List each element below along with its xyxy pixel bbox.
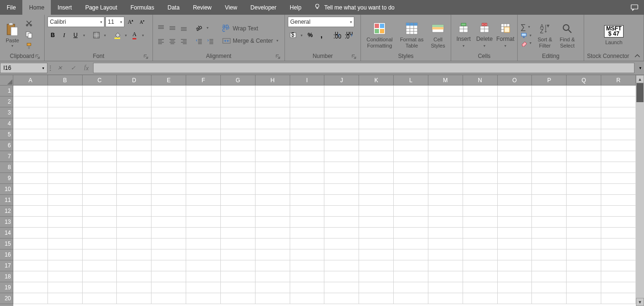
find-select-button[interactable]: Find & Select — [557, 18, 578, 51]
cell[interactable] — [532, 140, 567, 151]
cell[interactable] — [48, 86, 83, 96]
cell[interactable] — [152, 217, 186, 228]
collapse-ribbon-button[interactable] — [634, 53, 641, 60]
cell[interactable] — [532, 271, 567, 282]
column-header[interactable]: P — [532, 75, 567, 86]
cell[interactable] — [256, 162, 290, 173]
cell[interactable] — [152, 293, 186, 304]
cell[interactable] — [13, 206, 48, 217]
cell[interactable] — [152, 129, 186, 140]
cell[interactable] — [221, 228, 256, 239]
decrease-decimal-button[interactable]: .00.0 — [344, 30, 354, 40]
cell[interactable] — [324, 151, 359, 162]
formula-input[interactable] — [93, 63, 635, 73]
cell[interactable] — [567, 96, 601, 107]
cell[interactable] — [567, 260, 601, 271]
cell[interactable] — [463, 228, 498, 239]
cell[interactable] — [152, 96, 186, 107]
cell[interactable] — [498, 293, 532, 304]
cell[interactable] — [428, 293, 463, 304]
cell[interactable] — [83, 118, 117, 129]
cell-styles-button[interactable]: Cell Styles — [428, 18, 448, 51]
borders-button[interactable] — [91, 30, 102, 40]
cell[interactable] — [359, 260, 394, 271]
cell[interactable] — [117, 173, 152, 184]
cell[interactable] — [601, 118, 636, 129]
cell[interactable] — [359, 249, 394, 260]
cell[interactable] — [186, 217, 221, 228]
cell[interactable] — [186, 239, 221, 249]
cell[interactable] — [567, 129, 601, 140]
cell[interactable] — [532, 151, 567, 162]
cell[interactable] — [186, 173, 221, 184]
column-header[interactable]: O — [498, 75, 532, 86]
cell[interactable] — [186, 195, 221, 206]
cell[interactable] — [601, 271, 636, 282]
cell[interactable] — [117, 162, 152, 173]
column-header[interactable]: N — [463, 75, 498, 86]
column-header[interactable]: Q — [567, 75, 601, 86]
cell[interactable] — [324, 118, 359, 129]
cell[interactable] — [13, 184, 48, 195]
cell[interactable] — [324, 140, 359, 151]
align-middle-button[interactable] — [167, 23, 178, 33]
cell[interactable] — [83, 228, 117, 239]
cell[interactable] — [290, 195, 325, 206]
font-size-combo[interactable]: 11▾ — [105, 17, 124, 27]
cell[interactable] — [83, 107, 117, 118]
cell[interactable] — [428, 239, 463, 249]
cell[interactable] — [498, 107, 532, 118]
cell[interactable] — [532, 217, 567, 228]
cell[interactable] — [117, 107, 152, 118]
cell[interactable] — [428, 129, 463, 140]
cell[interactable] — [601, 96, 636, 107]
scroll-thumb[interactable] — [636, 83, 644, 102]
column-header[interactable]: D — [117, 75, 152, 86]
cell[interactable] — [532, 86, 567, 96]
cell[interactable] — [498, 228, 532, 239]
cell[interactable] — [532, 249, 567, 260]
cell[interactable] — [221, 293, 256, 304]
format-cells-button[interactable]: Format▾ — [496, 18, 515, 51]
cell[interactable] — [567, 228, 601, 239]
cell[interactable] — [83, 151, 117, 162]
column-header[interactable]: F — [186, 75, 221, 86]
cell[interactable] — [601, 206, 636, 217]
cell[interactable] — [428, 107, 463, 118]
cell[interactable] — [117, 206, 152, 217]
row-header[interactable]: 10 — [0, 184, 13, 195]
name-box[interactable]: I16 ▾ — [0, 63, 47, 73]
cell[interactable] — [152, 206, 186, 217]
cell[interactable] — [601, 282, 636, 293]
cell[interactable] — [532, 239, 567, 249]
cell[interactable] — [567, 173, 601, 184]
cell[interactable] — [256, 195, 290, 206]
cell[interactable] — [186, 260, 221, 271]
cell[interactable] — [290, 184, 325, 195]
cell[interactable] — [83, 195, 117, 206]
cell[interactable] — [48, 217, 83, 228]
copy-button[interactable] — [24, 29, 34, 40]
cell[interactable] — [567, 239, 601, 249]
cell[interactable] — [394, 195, 428, 206]
cell[interactable] — [359, 293, 394, 304]
cell[interactable] — [324, 86, 359, 96]
cell[interactable] — [186, 249, 221, 260]
cell[interactable] — [117, 86, 152, 96]
cell[interactable] — [221, 162, 256, 173]
cell[interactable] — [567, 293, 601, 304]
cell[interactable] — [48, 260, 83, 271]
cell[interactable] — [186, 96, 221, 107]
cell[interactable] — [83, 217, 117, 228]
cell[interactable] — [13, 217, 48, 228]
cell[interactable] — [359, 173, 394, 184]
cell[interactable] — [290, 173, 325, 184]
cell[interactable] — [463, 129, 498, 140]
cell[interactable] — [601, 173, 636, 184]
cell[interactable] — [186, 282, 221, 293]
cell[interactable] — [152, 107, 186, 118]
tab-page-layout[interactable]: Page Layout — [78, 0, 123, 15]
row-header[interactable]: 1 — [0, 86, 13, 96]
row-header[interactable]: 13 — [0, 217, 13, 228]
cell[interactable] — [394, 282, 428, 293]
